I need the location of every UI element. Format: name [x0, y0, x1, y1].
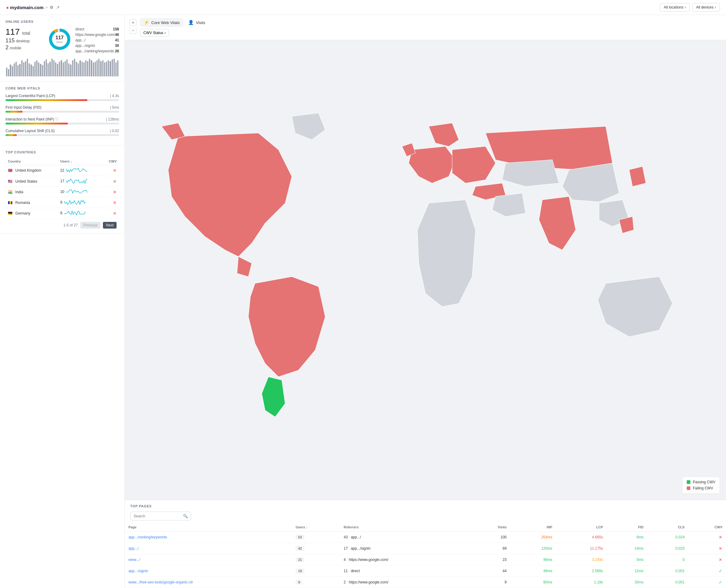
bar-item [44, 61, 45, 77]
mobile-label: mobile [10, 46, 21, 50]
page-lcp: 2.569s [556, 566, 607, 577]
bar-chart [5, 58, 119, 77]
cwv-section: CORE WEB VITALS Largest Contentful Paint… [0, 82, 124, 146]
referrer-source-5: app.../ranking/keywords [76, 49, 114, 53]
cwv-tab-label: Core Web Vitals [151, 20, 180, 25]
visits-tab-icon: 👤 [188, 20, 194, 25]
fid-value: | 5ms [110, 105, 119, 109]
bar-item [93, 62, 94, 77]
cls-header: Cumulative Layout Shift (CLS) | 0.02 [5, 129, 119, 133]
search-input[interactable] [133, 514, 181, 518]
top-pages-area: TOP PAGES 🔍 Page Users ↓ Referrers Visit… [125, 500, 726, 588]
next-button[interactable]: Next [103, 222, 117, 229]
bar-item [72, 60, 74, 77]
cwv-status-button[interactable]: CWV Status › [140, 29, 169, 37]
lcp-name: Largest Contentful Paint (LCP) [5, 94, 55, 98]
col-users: Users ↓ [292, 523, 340, 532]
domain-logo: mydomain.com [6, 5, 43, 10]
passing-dot [687, 480, 690, 484]
prev-button[interactable]: Previous [80, 222, 101, 229]
info-icon[interactable]: ⓘ [55, 117, 59, 122]
bar-item [102, 60, 104, 77]
fid-name: First Input Delay (FID) [5, 105, 41, 109]
page-fid: 14ms [607, 543, 647, 554]
bar-item [109, 61, 111, 77]
world-map-svg [125, 40, 726, 500]
legend-failing: Failing CWV [687, 486, 715, 490]
bar-item [83, 62, 85, 77]
cls-bar-bg [5, 134, 119, 136]
map-header: + − ⚡ Core Web Vitals 👤 Visits [125, 15, 726, 40]
cls-name: Cumulative Layout Shift (CLS) [5, 129, 55, 133]
page-lcp: 3.193s [556, 554, 607, 566]
pagination-info: 1-5 of 27 [63, 223, 78, 227]
bar-item [30, 64, 32, 77]
page-lcp: 11.175s [556, 543, 607, 554]
inp-metric: Interaction to Next Paint (INP) ⓘ | 128m… [5, 117, 119, 125]
country-flag: 🇮🇳 [8, 190, 13, 194]
zoom-in-button[interactable]: + [130, 19, 137, 26]
page-inp: 120ms [510, 543, 556, 554]
zoom-out-button[interactable]: − [130, 27, 137, 34]
cls-metric: Cumulative Layout Shift (CLS) | 0.02 [5, 129, 119, 136]
country-cell: 🇬🇧 United Kingdom [5, 165, 58, 176]
country-cell: 🇺🇸 United States [5, 176, 58, 187]
breadcrumb-sep: > [45, 5, 48, 10]
inp-value: | 128ms [106, 117, 119, 122]
col-referrers: Referrers [340, 523, 470, 532]
tab-core-web-vitals[interactable]: ⚡ Core Web Vitals [140, 18, 183, 27]
failing-label: Failing CWV [693, 486, 713, 490]
content-area: ONLINE USERS 117 total 115 desktop 2 [0, 15, 726, 588]
country-name: United States [15, 179, 37, 184]
country-name: United Kingdom [15, 168, 41, 172]
page-visits: 100 [470, 532, 511, 543]
inp-name: Interaction to Next Paint (INP) ⓘ [5, 117, 59, 122]
chevron-right-icon: › [685, 5, 686, 9]
col-country: Country [5, 158, 58, 165]
users-badge: 9 [295, 580, 302, 585]
bar-item [70, 64, 71, 77]
cwv-status: ✕ [719, 557, 722, 562]
failing-dot [687, 486, 690, 490]
page-cls: 0.001 [647, 577, 688, 588]
tab-visits[interactable]: 👤 Visits [185, 18, 209, 27]
page-users: 19 [292, 566, 340, 577]
header-icons: ⚙ ↗ [49, 5, 60, 10]
bar-item [38, 62, 39, 77]
external-link-icon[interactable]: ↗ [56, 5, 60, 10]
settings-icon[interactable]: ⚙ [49, 5, 54, 10]
page-cls: 0.001 [647, 566, 688, 577]
users-count: 17 [60, 179, 64, 183]
bar-item [66, 59, 67, 77]
map-area: Passing CWV Failing CWV [125, 40, 726, 500]
bar-item [47, 63, 49, 77]
page-lcp: 4.665s [556, 532, 607, 543]
page-referrers: 11 direct [340, 566, 470, 577]
col-page: Page [125, 523, 292, 532]
bar-item [80, 60, 81, 77]
page-cwv: ✓ [688, 566, 726, 577]
locations-button[interactable]: All locations › [660, 3, 690, 12]
devices-button[interactable]: All devices › [692, 3, 720, 12]
referrer-source-1: direct [76, 27, 84, 31]
bar-item [57, 64, 58, 77]
bar-item [76, 62, 77, 77]
page-referrers: 43 app.../ [340, 532, 470, 543]
country-flag: 🇩🇪 [8, 211, 13, 215]
page-users: 53 [292, 532, 340, 543]
bar-item [97, 60, 98, 77]
lcp-header: Largest Contentful Paint (LCP) | 4.3s [5, 94, 119, 98]
mobile-stat-row: 2 mobile [5, 44, 44, 51]
bar-item [85, 60, 86, 77]
referrer-count-3: 41 [115, 38, 119, 42]
sparkline-chart [64, 210, 85, 216]
country-name: Germany [15, 211, 30, 215]
col-cwv: CWV [102, 158, 119, 165]
bar-item [10, 64, 11, 77]
referrer-row-2: https://www.google.com/ 46 [76, 33, 119, 37]
page-name: www.../free-seo-tools/google-organic-ctr [125, 577, 292, 588]
desktop-count: 115 [5, 38, 15, 44]
country-name: Romania [15, 201, 30, 205]
users-count: 22 [60, 168, 64, 172]
country-cell: 🇷🇴 Romania [5, 197, 58, 208]
